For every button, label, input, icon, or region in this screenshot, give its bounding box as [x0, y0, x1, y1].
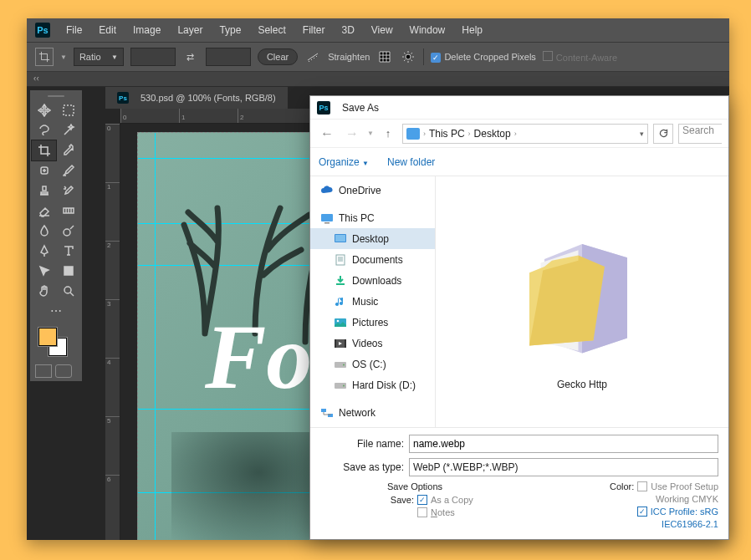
foreground-color[interactable]	[38, 328, 57, 346]
search-input[interactable]: Search	[678, 124, 722, 144]
zoom-tool[interactable]	[56, 281, 80, 301]
gradient-tool[interactable]	[56, 201, 80, 221]
hand-tool[interactable]	[32, 281, 56, 301]
tree-item-desktop[interactable]: Desktop	[310, 228, 435, 249]
tree-item-documents[interactable]: Documents	[310, 249, 435, 270]
brush-tool[interactable]	[56, 160, 80, 181]
svg-rect-16	[345, 339, 346, 348]
tree-item-hard-disk-d-[interactable]: Hard Disk (D:)	[310, 374, 435, 395]
width-input[interactable]	[130, 48, 176, 66]
chevron-down-icon[interactable]: ▼	[367, 130, 374, 137]
settings-gear-icon[interactable]	[400, 48, 416, 65]
folder-thumbnail[interactable]	[507, 221, 657, 372]
screenmode-icon[interactable]	[55, 364, 72, 378]
move-tool[interactable]	[32, 100, 56, 120]
stamp-tool[interactable]	[32, 181, 56, 201]
ratio-dropdown[interactable]: Ratio▼	[74, 48, 124, 66]
magic-wand-tool[interactable]	[56, 120, 80, 140]
eraser-tool[interactable]	[32, 201, 56, 221]
tree-item-videos[interactable]: Videos	[310, 333, 435, 354]
svg-rect-7	[321, 214, 333, 221]
menu-file[interactable]: File	[59, 21, 89, 39]
grid-overlay-icon[interactable]	[376, 48, 393, 65]
menu-window[interactable]: Window	[402, 21, 453, 39]
menu-image[interactable]: Image	[125, 21, 168, 39]
menu-type[interactable]: Type	[212, 21, 248, 39]
tree-item-onedrive[interactable]: OneDrive	[310, 180, 435, 201]
toolbox-handle[interactable]	[32, 92, 80, 100]
as-copy-checkbox[interactable]: ✓	[417, 495, 427, 505]
type-tool[interactable]	[56, 241, 80, 261]
quickmask-icon[interactable]	[35, 364, 52, 378]
app-logo: Ps	[35, 23, 50, 38]
svg-point-18	[343, 364, 345, 365]
color-swatches[interactable]	[32, 321, 80, 363]
svg-rect-11	[336, 255, 345, 265]
pc-icon	[406, 128, 420, 140]
tree-item-downloads[interactable]: Downloads	[310, 270, 435, 291]
tree-item-network[interactable]: Network	[310, 402, 435, 423]
address-bar[interactable]: › This PC › Desktop › ▾	[402, 124, 648, 144]
svg-rect-1	[64, 105, 74, 115]
blur-tool[interactable]	[32, 221, 56, 241]
eyedropper-tool[interactable]	[56, 140, 80, 160]
filetype-select[interactable]: WebP (*.WEBP;*.WBP)	[409, 458, 718, 476]
organize-button[interactable]: Organize ▼	[319, 156, 369, 168]
path-tool[interactable]	[32, 261, 56, 281]
options-bar: ▼ Ratio▼ ⇄ Clear Straighten ✓Delete Crop…	[27, 42, 729, 72]
menu-3d[interactable]: 3D	[334, 21, 361, 39]
folder-name[interactable]: Gecko Http	[557, 379, 607, 390]
healing-tool[interactable]	[32, 160, 56, 181]
download-icon	[334, 275, 347, 287]
collapse-bar[interactable]: ››	[27, 72, 729, 87]
notes-label: NNotesotes	[431, 507, 455, 517]
crop-tool-icon[interactable]	[35, 48, 54, 66]
dialog-titlebar[interactable]: Ps Save As	[310, 96, 728, 120]
tree-item-os-c-[interactable]: OS (C:)	[310, 354, 435, 374]
nav-forward-icon[interactable]: →	[342, 124, 362, 144]
folder-tree: OneDriveThis PCDesktopDocumentsDownloads…	[310, 176, 436, 427]
menu-select[interactable]: Select	[250, 21, 293, 39]
document-tab[interactable]: Ps 530.psd @ 100% (Fonts, RGB/8)	[105, 87, 288, 109]
filename-input[interactable]	[409, 435, 718, 453]
menu-view[interactable]: View	[364, 21, 401, 39]
chevron-down-icon[interactable]: ▼	[60, 53, 67, 61]
menu-help[interactable]: Help	[454, 21, 490, 39]
tree-item-pictures[interactable]: Pictures	[310, 312, 435, 333]
straighten-icon[interactable]	[304, 48, 321, 65]
nav-back-icon[interactable]: ←	[317, 124, 337, 144]
folder-contents[interactable]: Gecko Http	[436, 176, 728, 427]
content-aware-label: Content-Aware	[556, 53, 617, 63]
swap-icon[interactable]: ⇄	[182, 52, 199, 63]
history-brush-tool[interactable]	[56, 181, 80, 201]
new-folder-button[interactable]: New folder	[387, 156, 435, 168]
filename-label: File name:	[320, 438, 404, 450]
ruler-vertical: 0123456	[105, 124, 120, 540]
filetype-label: Save as type:	[320, 461, 404, 473]
icc-checkbox[interactable]: ✓	[637, 507, 647, 517]
lasso-tool[interactable]	[32, 120, 56, 140]
menu-layer[interactable]: Layer	[170, 21, 210, 39]
svg-point-13	[337, 319, 340, 322]
refresh-icon[interactable]	[653, 124, 673, 144]
content-aware-checkbox[interactable]	[543, 51, 553, 61]
pen-tool[interactable]	[32, 241, 56, 261]
more-tools[interactable]: ⋯	[32, 301, 80, 321]
delete-cropped-checkbox[interactable]: ✓	[431, 53, 441, 63]
crop-tool[interactable]	[32, 140, 56, 160]
marquee-tool[interactable]	[56, 100, 80, 120]
menu-filter[interactable]: Filter	[295, 21, 333, 39]
height-input[interactable]	[206, 48, 251, 66]
tree-item-this-pc[interactable]: This PC	[310, 207, 435, 228]
shape-tool[interactable]	[56, 261, 80, 281]
menu-edit[interactable]: Edit	[91, 21, 124, 39]
nav-up-icon[interactable]: ↑	[379, 125, 397, 143]
save-as-dialog: Ps Save As ← → ▼ ↑ › This PC › Desktop ›…	[309, 95, 729, 540]
tree-item-music[interactable]: Music	[310, 291, 435, 312]
proof-checkbox[interactable]	[637, 481, 647, 491]
pc-icon	[320, 212, 334, 224]
dodge-tool[interactable]	[56, 221, 80, 241]
notes-checkbox[interactable]	[417, 507, 427, 517]
clear-button[interactable]: Clear	[258, 48, 298, 65]
doc-icon	[334, 254, 347, 266]
